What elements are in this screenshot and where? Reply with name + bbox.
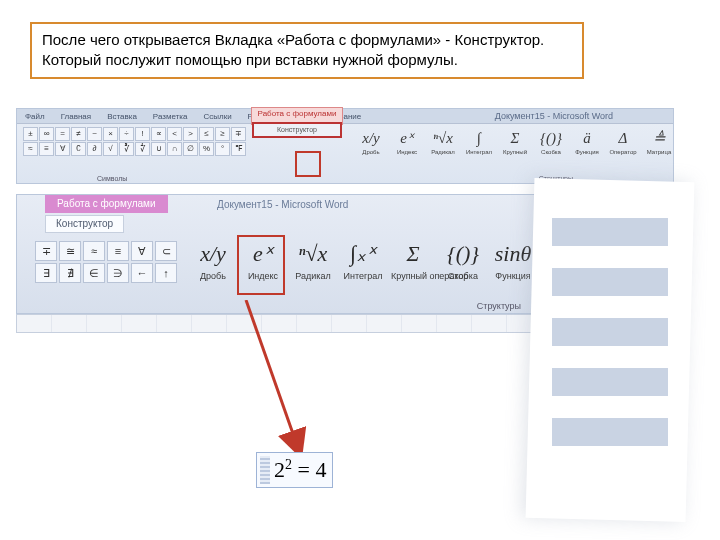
caption-line1: После чего открывается Вкладка «Работа с… (42, 30, 572, 50)
index-button[interactable]: eˣИндекс (393, 127, 421, 155)
fraction-button[interactable]: x/yДробь (191, 237, 235, 281)
fraction-button[interactable]: x/yДробь (357, 127, 385, 155)
fraction-icon: x/y (191, 237, 235, 271)
structures-small: x/yДробь eˣИндекс ⁿ√xРадикал ∫Интеграл Σ… (357, 127, 673, 155)
index-button[interactable]: eˣИндекс (241, 237, 285, 281)
sym[interactable]: √ (103, 142, 118, 156)
group-label-structures-zoom: Структуры (477, 301, 521, 311)
integral-icon: ∫ (465, 127, 493, 149)
radical-icon: ⁿ√x (291, 237, 335, 271)
sym[interactable]: ≅ (59, 241, 81, 261)
equation-handle-icon[interactable] (260, 456, 270, 484)
equation-text: 22 = 4 (274, 457, 326, 483)
integral-button[interactable]: ∫Интеграл (465, 127, 493, 155)
tab[interactable]: Файл (17, 112, 53, 121)
radical-icon: ⁿ√x (429, 127, 457, 149)
sym[interactable]: > (183, 127, 198, 141)
group-label-symbols: Символы (97, 175, 127, 182)
app-title: Документ15 - Microsoft Word (495, 109, 613, 123)
sym[interactable]: ∪ (151, 142, 166, 156)
sym[interactable]: ± (23, 127, 38, 141)
tab[interactable]: Ссылки (195, 112, 239, 121)
sym[interactable]: % (199, 142, 214, 156)
sym[interactable]: ≈ (83, 241, 105, 261)
sub-tab-konstruktor[interactable]: Конструктор (45, 215, 124, 233)
sym[interactable]: ∩ (167, 142, 182, 156)
sym[interactable]: = (55, 127, 70, 141)
accent-button[interactable]: äФункция (573, 127, 601, 155)
sym[interactable]: ÷ (119, 127, 134, 141)
equation-exponent: 2 (285, 457, 292, 472)
symbols-gallery-zoom[interactable]: ∓ ≅ ≈ ≡ ∀ ⊂ ∃ ∄ ∈ ∋ ← ↑ (35, 241, 177, 283)
placeholder-block (552, 368, 668, 396)
symbols-gallery-small[interactable]: ± ∞ = ≠ ~ × ÷ ! ∝ < > ≤ ≥ ∓ ≈ ≡ ∀ ∁ ∂ √ … (23, 127, 246, 156)
sym[interactable]: ≈ (23, 142, 38, 156)
index-icon: eˣ (393, 127, 421, 149)
bracket-icon: {()} (441, 237, 485, 271)
tab[interactable]: Разметка (145, 112, 196, 121)
sym[interactable]: ≥ (215, 127, 230, 141)
sym[interactable]: ℉ (231, 142, 246, 156)
operator-button[interactable]: ΔОператор (609, 127, 637, 155)
radical-button[interactable]: ⁿ√xРадикал (429, 127, 457, 155)
bracket-button[interactable]: {()}Скобка (441, 237, 485, 281)
sym[interactable]: < (167, 127, 182, 141)
sym[interactable]: ° (215, 142, 230, 156)
sigma-icon: Σ (391, 237, 435, 271)
equation-object[interactable]: 22 = 4 (256, 452, 333, 488)
sym[interactable]: ∃ (35, 263, 57, 283)
radical-button[interactable]: ⁿ√xРадикал (291, 237, 335, 281)
context-tab-zoom[interactable]: Работа с формулами (45, 195, 168, 213)
doc-title-zoom: Документ15 - Microsoft Word (217, 199, 348, 210)
sym[interactable]: ↑ (155, 263, 177, 283)
bracket-button[interactable]: {()}Скобка (537, 127, 565, 155)
sym[interactable]: ∞ (39, 127, 54, 141)
sym[interactable]: ⊂ (155, 241, 177, 261)
structures-zoom: x/yДробь eˣИндекс ⁿ√xРадикал ∫ₓˣИнтеграл… (191, 237, 535, 281)
placeholder-block (552, 418, 668, 446)
context-tab-title: Работа с формулами (258, 109, 337, 118)
matrix-icon: ≜ (645, 127, 673, 149)
matrix-button[interactable]: ≜Матрица (645, 127, 673, 155)
sym[interactable]: ← (131, 263, 153, 283)
caption-box: После чего открывается Вкладка «Работа с… (30, 22, 584, 79)
sym[interactable]: ≤ (199, 127, 214, 141)
sym[interactable]: ∂ (87, 142, 102, 156)
ribbon-zoom: Работа с формулами Документ15 - Microsof… (16, 194, 548, 314)
context-tab-equation-tools[interactable]: Работа с формулами Конструктор (251, 107, 343, 125)
sym[interactable]: ≡ (107, 241, 129, 261)
sym[interactable]: ∓ (231, 127, 246, 141)
integral-button[interactable]: ∫ₓˣИнтеграл (341, 237, 385, 281)
accent-icon: ä (573, 127, 601, 149)
sym[interactable]: ∈ (83, 263, 105, 283)
function-button[interactable]: sinθФункция (491, 237, 535, 281)
sym[interactable]: ∝ (151, 127, 166, 141)
sym[interactable]: ≡ (39, 142, 54, 156)
sym[interactable]: ! (135, 127, 150, 141)
sym[interactable]: ∜ (135, 142, 150, 156)
sigma-icon: Σ (501, 127, 529, 149)
large-op-button[interactable]: ΣКрупный оператор (391, 237, 435, 281)
function-icon: sinθ (491, 237, 535, 271)
index-icon: eˣ (241, 237, 285, 271)
sym[interactable]: ∀ (55, 142, 70, 156)
sym[interactable]: ∋ (107, 263, 129, 283)
sym[interactable]: ∅ (183, 142, 198, 156)
sym[interactable]: ∁ (71, 142, 86, 156)
sym[interactable]: ~ (87, 127, 102, 141)
sym[interactable]: ∛ (119, 142, 134, 156)
sym[interactable]: ∄ (59, 263, 81, 283)
fraction-icon: x/y (357, 127, 385, 149)
tab[interactable]: Вставка (99, 112, 145, 121)
large-op-button[interactable]: ΣКрупный (501, 127, 529, 155)
caption-line2: Который послужит помощью при вставки нуж… (42, 50, 572, 70)
sym[interactable]: ≠ (71, 127, 86, 141)
equation-base: 2 (274, 457, 285, 482)
sym[interactable]: × (103, 127, 118, 141)
placeholder-block (552, 268, 668, 296)
tab[interactable]: Главная (53, 112, 99, 121)
sym[interactable]: ∓ (35, 241, 57, 261)
highlight-box-small (295, 151, 321, 177)
sym[interactable]: ∀ (131, 241, 153, 261)
placeholder-block (552, 318, 668, 346)
